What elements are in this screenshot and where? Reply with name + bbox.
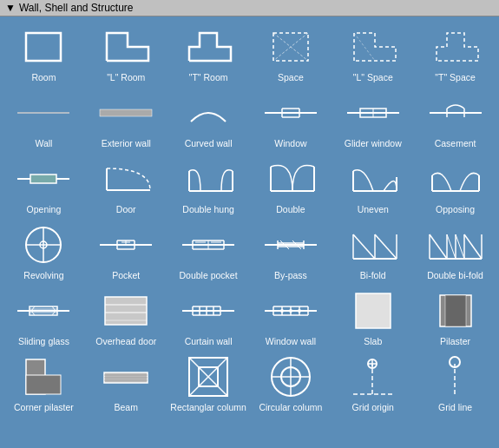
item-label: Corner pilaster	[14, 402, 74, 414]
item-label: By-pass	[274, 270, 307, 282]
item-label: Opposing	[436, 204, 475, 216]
item-label: Double bi-fold	[427, 270, 483, 282]
title-arrow: ▼	[5, 2, 16, 14]
item-label: Glider window	[345, 138, 402, 150]
item-label: Pocket	[112, 270, 140, 282]
item-label: Double hung	[182, 204, 234, 216]
list-item[interactable]: Beam	[86, 352, 167, 416]
list-item[interactable]: Sliding glass	[3, 286, 84, 350]
list-item[interactable]: "L" Space	[332, 22, 413, 86]
item-label: "T" Room	[189, 72, 228, 84]
item-label: "L" Room	[107, 72, 145, 84]
item-label: Exterior wall	[102, 138, 151, 150]
svg-rect-20	[30, 175, 56, 183]
svg-line-4	[354, 33, 375, 61]
list-item[interactable]: Space	[251, 22, 332, 86]
item-label: Curtain wall	[185, 336, 233, 348]
list-item[interactable]: Opposing	[415, 154, 496, 218]
item-label: Sliding glass	[18, 336, 69, 348]
list-item[interactable]: Window	[251, 88, 332, 152]
list-item[interactable]: "T" Room	[168, 22, 249, 86]
item-label: Window	[274, 138, 306, 150]
list-item[interactable]: Bi-fold	[332, 220, 413, 284]
list-item[interactable]: Casement	[415, 88, 496, 152]
svg-rect-6	[100, 109, 152, 116]
item-label: Double	[276, 204, 305, 216]
item-label: Pilaster	[440, 336, 470, 348]
svg-rect-106	[445, 295, 466, 326]
list-item[interactable]: Overhead door	[86, 286, 167, 350]
title-text: Wall, Shell and Structure	[19, 2, 134, 14]
svg-point-103	[298, 309, 301, 313]
list-item[interactable]: Door	[86, 154, 167, 218]
list-item[interactable]: Grid line	[415, 352, 496, 416]
item-label: Revolving	[23, 270, 63, 282]
svg-line-73	[430, 234, 447, 259]
item-label: Slab	[364, 336, 382, 348]
item-label: Opening	[27, 204, 62, 216]
list-item[interactable]: Double bi-fold	[415, 220, 496, 284]
list-item[interactable]: Curtain wall	[168, 286, 249, 350]
list-item[interactable]: Corner pilaster	[3, 352, 84, 416]
item-label: Uneven	[358, 204, 389, 216]
list-item[interactable]: Double hung	[168, 154, 249, 218]
item-label: "T" Space	[435, 72, 476, 84]
list-item[interactable]: Exterior wall	[86, 88, 167, 152]
list-item[interactable]: Revolving	[3, 220, 84, 284]
list-item[interactable]: Glider window	[332, 88, 413, 152]
list-item[interactable]: Curved wall	[168, 88, 249, 152]
item-label: Circular column	[259, 402, 322, 414]
svg-rect-0	[26, 33, 61, 61]
item-label: Beam	[115, 402, 138, 414]
item-label: Casement	[435, 138, 476, 150]
svg-line-66	[375, 234, 397, 259]
item-label: "L" Space	[353, 72, 393, 84]
list-item[interactable]: "L" Room	[86, 22, 167, 86]
icon-grid: Room "L" Room "T" Room Space	[0, 16, 499, 421]
item-label: Grid origin	[352, 402, 394, 414]
item-label: Wall	[35, 138, 52, 150]
list-item[interactable]: Opening	[3, 154, 84, 218]
item-label: Curved wall	[185, 138, 233, 150]
title-bar: ▼ Wall, Shell and Structure	[0, 0, 499, 16]
svg-line-74	[447, 234, 456, 259]
item-label: Rectanglar column	[170, 402, 246, 414]
list-item[interactable]: Rectanglar column	[168, 352, 249, 416]
item-label: Bi-fold	[360, 270, 386, 282]
item-label: Room	[31, 72, 56, 84]
list-item[interactable]: Double pocket	[168, 220, 249, 284]
list-item[interactable]: By-pass	[251, 220, 332, 284]
item-label: Grid line	[438, 402, 472, 414]
svg-point-102	[289, 309, 292, 313]
item-label: Overhead door	[95, 336, 156, 348]
svg-line-65	[353, 234, 375, 259]
list-item[interactable]: Pilaster	[415, 286, 496, 350]
list-item[interactable]: Grid origin	[332, 352, 413, 416]
list-item[interactable]: "T" Space	[415, 22, 496, 86]
list-item[interactable]: Pocket	[86, 220, 167, 284]
item-label: Space	[278, 72, 304, 84]
svg-rect-108	[26, 375, 61, 394]
item-label: Double pocket	[180, 270, 238, 282]
svg-point-101	[280, 309, 284, 313]
list-item[interactable]: Uneven	[332, 154, 413, 218]
list-item[interactable]: Wall	[3, 88, 84, 152]
list-item[interactable]: Double	[251, 154, 332, 218]
list-item[interactable]: Slab	[332, 286, 413, 350]
svg-line-76	[464, 234, 482, 259]
svg-rect-104	[356, 293, 391, 328]
svg-line-75	[456, 234, 464, 259]
list-item[interactable]: Room	[3, 22, 84, 86]
item-label: Window wall	[266, 336, 316, 348]
list-item[interactable]: Circular column	[251, 352, 332, 416]
item-label: Door	[116, 204, 136, 216]
list-item[interactable]: Window wall	[251, 286, 332, 350]
